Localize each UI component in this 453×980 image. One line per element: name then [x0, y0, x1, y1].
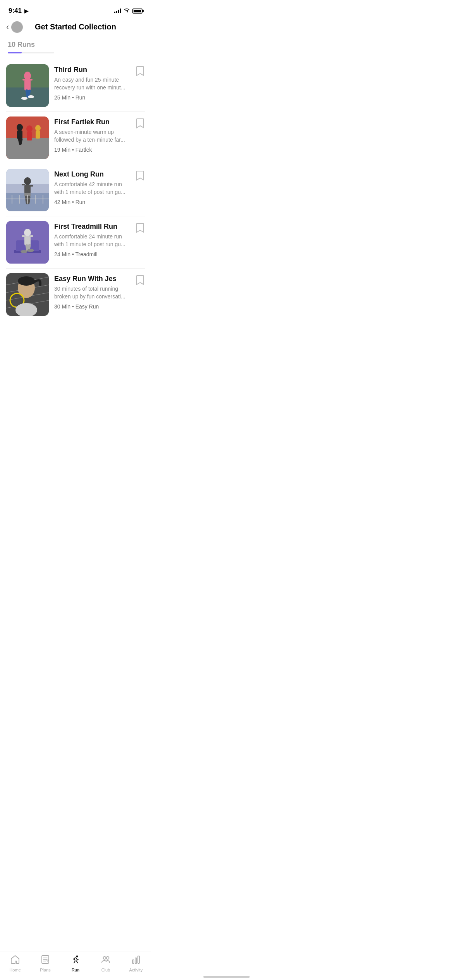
workout-item-easy-run-with-jes[interactable]: Easy Run With Jes 30 minutes of total ru… — [6, 269, 145, 320]
workout-title: First Treadmill Run — [54, 223, 132, 231]
workout-info-first-fartlek-run: First Fartlek Run A seven-minute warm up… — [49, 117, 136, 153]
progress-bar-fill — [8, 52, 22, 53]
status-bar: 9:41 ▶ — [0, 0, 151, 19]
bookmark-easy-run-with-jes[interactable] — [136, 273, 145, 287]
back-button[interactable]: ‹ — [6, 21, 23, 33]
workout-thumbnail-next-long-run — [6, 169, 49, 211]
collection-info: 10 Runs — [0, 38, 151, 53]
svg-rect-42 — [30, 235, 33, 237]
workout-info-next-long-run: Next Long Run A comfortable 42 minute ru… — [49, 169, 136, 205]
bookmark-icon — [136, 69, 145, 79]
svg-rect-5 — [29, 79, 33, 81]
page-header: ‹ Get Started Collection — [0, 19, 151, 38]
workout-meta: 19 Min • Fartlek — [54, 147, 132, 153]
workout-list: Third Run An easy and fun 25-minute reco… — [0, 60, 151, 320]
workout-meta: 42 Min • Run — [54, 199, 132, 205]
location-arrow-icon: ▶ — [24, 8, 28, 14]
svg-rect-40 — [24, 236, 31, 245]
workout-desc: A comfortable 24 minute run with 1 minut… — [54, 233, 132, 248]
svg-point-2 — [24, 72, 31, 80]
workout-desc: A comfortable 42 minute run with 1 minut… — [54, 181, 132, 196]
wifi-icon — [124, 8, 130, 14]
bookmark-third-run[interactable] — [136, 64, 145, 78]
workout-title: Easy Run With Jes — [54, 275, 132, 283]
workout-title: First Fartlek Run — [54, 118, 132, 126]
back-chevron-icon: ‹ — [6, 23, 9, 31]
bookmark-first-treadmill-run[interactable] — [136, 221, 145, 235]
svg-rect-25 — [22, 184, 25, 185]
svg-point-23 — [24, 177, 31, 185]
workout-info-first-treadmill-run: First Treadmill Run A comfortable 24 min… — [49, 221, 136, 257]
svg-point-53 — [18, 276, 35, 286]
thumb-illustration-easyrun — [6, 273, 49, 316]
workout-thumbnail-first-treadmill-run — [6, 221, 49, 264]
workout-title: Third Run — [54, 66, 132, 74]
svg-point-9 — [28, 95, 34, 98]
workout-thumbnail-first-fartlek-run — [6, 117, 49, 159]
workout-info-third-run: Third Run An easy and fun 25-minute reco… — [49, 64, 136, 101]
svg-rect-17 — [36, 131, 40, 139]
workout-item-first-treadmill-run[interactable]: First Treadmill Run A comfortable 24 min… — [6, 216, 145, 269]
svg-point-39 — [24, 229, 31, 236]
thumb-illustration-third — [6, 64, 49, 107]
thumb-illustration-fartlek — [6, 117, 49, 159]
workout-desc: 30 minutes of total running broken up by… — [54, 285, 132, 300]
svg-point-12 — [17, 124, 23, 131]
svg-point-14 — [26, 125, 33, 132]
status-time: 9:41 ▶ — [9, 7, 28, 15]
workout-thumbnail-easy-run-with-jes — [6, 273, 49, 316]
bookmark-icon — [136, 173, 145, 183]
svg-point-8 — [21, 97, 27, 100]
thumb-illustration-treadmill — [6, 221, 49, 264]
workout-meta: 30 Min • Easy Run — [54, 303, 132, 310]
workout-meta: 25 Min • Run — [54, 94, 132, 101]
svg-rect-24 — [24, 185, 31, 194]
svg-point-46 — [27, 249, 34, 252]
workout-desc: An easy and fun 25-minute recovery run w… — [54, 76, 132, 91]
svg-rect-11 — [6, 138, 49, 159]
status-icons — [114, 8, 142, 14]
back-avatar — [11, 21, 23, 33]
workout-title: Next Long Run — [54, 170, 132, 178]
progress-bar — [8, 52, 54, 53]
svg-rect-15 — [27, 132, 32, 140]
workout-item-first-fartlek-run[interactable]: First Fartlek Run A seven-minute warm up… — [6, 112, 145, 164]
svg-point-16 — [35, 125, 41, 131]
svg-rect-41 — [22, 235, 25, 237]
page-title: Get Started Collection — [35, 22, 116, 31]
thumb-illustration-longrun — [6, 169, 49, 211]
svg-rect-4 — [22, 79, 26, 81]
battery-icon — [132, 9, 142, 14]
bookmark-first-fartlek-run[interactable] — [136, 117, 145, 130]
bookmark-icon — [136, 226, 145, 235]
workout-item-next-long-run[interactable]: Next Long Run A comfortable 42 minute ru… — [6, 164, 145, 216]
workout-meta: 24 Min • Treadmill — [54, 251, 132, 257]
svg-rect-3 — [24, 80, 31, 91]
bookmark-next-long-run[interactable] — [136, 169, 145, 183]
svg-point-45 — [21, 250, 27, 253]
bookmark-icon — [136, 278, 145, 288]
workout-thumbnail-third-run — [6, 64, 49, 107]
svg-rect-26 — [30, 185, 33, 187]
scroll-content: 10 Runs — [0, 38, 151, 359]
workout-desc: A seven-minute warm up followed by a ten… — [54, 128, 132, 144]
workout-info-easy-run-with-jes: Easy Run With Jes 30 minutes of total ru… — [49, 273, 136, 310]
signal-icon — [114, 9, 121, 13]
bookmark-icon — [136, 121, 145, 131]
workout-item-third-run[interactable]: Third Run An easy and fun 25-minute reco… — [6, 60, 145, 112]
svg-rect-13 — [17, 130, 22, 139]
runs-count: 10 Runs — [8, 41, 143, 49]
time-display: 9:41 — [9, 7, 22, 15]
